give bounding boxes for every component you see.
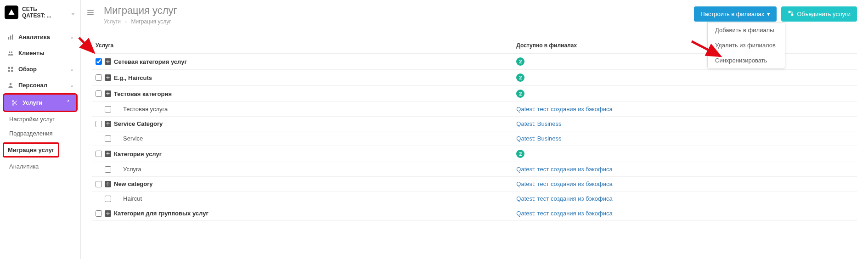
sidebar-item-services[interactable]: Услуги ˄: [3, 93, 78, 112]
sidebar-item-staff[interactable]: Персонал ⌄: [0, 77, 80, 93]
availability-link[interactable]: Qatest: тест создания из бэкофиса: [516, 195, 612, 202]
svg-rect-16: [87, 12, 94, 13]
row-checkbox[interactable]: [96, 58, 102, 65]
svg-line-13: [15, 103, 17, 105]
row-checkbox[interactable]: [105, 135, 111, 142]
sidebar-sub-settings[interactable]: Настройки услуг: [0, 112, 80, 126]
row-checkbox[interactable]: [105, 106, 111, 113]
table-row: Тестовая категория2: [92, 86, 857, 102]
dropdown-add-branches[interactable]: Добавить в филиалы: [708, 23, 785, 38]
row-checkbox[interactable]: [96, 151, 102, 157]
svg-rect-7: [8, 70, 10, 72]
table-row: ServiceQatest: Business: [92, 131, 857, 146]
people-icon: [6, 50, 15, 56]
availability-link[interactable]: Qatest: тест создания из бэкофиса: [516, 106, 612, 113]
availability-link[interactable]: Qatest: Business: [516, 135, 561, 142]
org-switcher[interactable]: СЕТЬ QATEST: ... ⌄: [0, 0, 80, 25]
row-name: Service: [114, 135, 143, 142]
col-service: Услуга: [92, 38, 513, 54]
chevron-down-icon: ⌄: [70, 82, 74, 88]
svg-rect-5: [8, 67, 10, 68]
grid-icon: [6, 66, 15, 73]
svg-point-11: [12, 103, 14, 105]
merge-icon: [788, 10, 794, 18]
svg-rect-2: [12, 34, 13, 39]
nav: Аналитика ⌄ Клиенты Обзор ⌄: [0, 25, 80, 174]
hamburger-icon[interactable]: [86, 5, 99, 18]
move-icon[interactable]: [105, 121, 111, 127]
move-icon[interactable]: [105, 151, 111, 157]
availability-badge: 2: [516, 90, 524, 98]
row-name: Тестовая услуга: [114, 106, 168, 113]
caret-down-icon: ▾: [767, 11, 770, 17]
row-name: Тестовая категория: [114, 90, 172, 97]
move-icon[interactable]: [105, 90, 111, 97]
availability-badge: 2: [516, 150, 524, 158]
row-checkbox[interactable]: [96, 181, 102, 187]
table-row: E.g., Haircuts2: [92, 70, 857, 86]
table-row: УслугаQatest: тест создания из бэкофиса: [92, 162, 857, 177]
sidebar-item-label: Услуги: [23, 99, 67, 106]
svg-line-14: [14, 101, 15, 102]
page-title: Миграция услуг: [104, 5, 694, 17]
dropdown-sync[interactable]: Синхронизировать: [708, 53, 785, 68]
row-checkbox[interactable]: [96, 121, 102, 127]
availability-link[interactable]: Qatest: тест создания из бэкофиса: [516, 166, 612, 173]
move-icon[interactable]: [105, 74, 111, 81]
org-name-line1: СЕТЬ: [22, 6, 70, 12]
move-icon[interactable]: [105, 58, 111, 65]
configure-dropdown: Добавить в филиалы Удалить из филиалов С…: [707, 22, 785, 68]
org-name-line2: QATEST: ...: [22, 12, 70, 19]
sidebar: СЕТЬ QATEST: ... ⌄ Аналитика ⌄ Клиенты: [0, 0, 81, 259]
sidebar-sub-migration[interactable]: Миграция услуг: [3, 142, 59, 158]
table-row: Категория услуг2: [92, 146, 857, 162]
sidebar-sub-divisions[interactable]: Подразделения: [0, 126, 80, 141]
dropdown-remove-branches[interactable]: Удалить из филиалов: [708, 38, 785, 53]
row-name: Категория для групповых услуг: [114, 210, 209, 217]
row-checkbox[interactable]: [96, 74, 102, 81]
chevron-down-icon: ⌄: [70, 34, 74, 40]
sidebar-item-label: Обзор: [18, 66, 70, 73]
availability-link[interactable]: Qatest: тест создания из бэкофиса: [516, 210, 612, 217]
breadcrumb-current: Миграция услуг: [131, 18, 171, 25]
svg-point-4: [11, 51, 12, 53]
sidebar-item-overview[interactable]: Обзор ⌄: [0, 61, 80, 77]
row-name: Категория услуг: [114, 151, 162, 158]
svg-point-3: [9, 51, 11, 53]
svg-rect-6: [11, 67, 13, 68]
row-name: Haircut: [114, 195, 142, 202]
breadcrumb-separator: ›: [125, 18, 127, 25]
svg-rect-15: [87, 10, 94, 11]
row-checkbox[interactable]: [96, 90, 102, 97]
merge-services-button[interactable]: Объединить услуги: [781, 6, 857, 22]
table-row: Категория для групповых услугQatest: тес…: [92, 206, 857, 221]
availability-link[interactable]: Qatest: тест создания из бэкофиса: [516, 180, 612, 187]
logo-icon: [5, 6, 18, 19]
svg-point-9: [10, 83, 12, 85]
table-row: Service CategoryQatest: Business: [92, 117, 857, 131]
table-row: Тестовая услугаQatest: тест создания из …: [92, 102, 857, 117]
bars-icon: [6, 34, 15, 40]
row-checkbox[interactable]: [105, 166, 111, 173]
move-icon[interactable]: [105, 210, 111, 217]
svg-rect-8: [11, 70, 13, 72]
sidebar-item-clients[interactable]: Клиенты: [0, 45, 80, 61]
row-checkbox[interactable]: [105, 196, 111, 202]
sidebar-item-analytics[interactable]: Аналитика ⌄: [0, 29, 80, 45]
topbar: Миграция услуг Услуги › Миграция услуг Н…: [81, 0, 868, 25]
chevron-up-icon: ˄: [67, 100, 70, 106]
row-name: Service Category: [114, 120, 163, 127]
move-icon[interactable]: [105, 181, 111, 187]
breadcrumb-root[interactable]: Услуги: [104, 18, 121, 25]
org-name: СЕТЬ QATEST: ...: [22, 6, 70, 19]
row-checkbox[interactable]: [96, 210, 102, 217]
configure-branches-button[interactable]: Настроить в филиалах ▾: [694, 6, 777, 22]
col-available: Доступно в филиалах: [513, 38, 857, 54]
availability-link[interactable]: Qatest: Business: [516, 120, 561, 127]
row-name: New category: [114, 180, 153, 187]
sidebar-sub-analytics[interactable]: Аналитика: [0, 159, 80, 174]
person-icon: [6, 82, 15, 89]
row-name: Услуга: [114, 166, 141, 173]
chevron-down-icon: ⌄: [70, 9, 76, 16]
table-row: New categoryQatest: тест создания из бэк…: [92, 177, 857, 191]
